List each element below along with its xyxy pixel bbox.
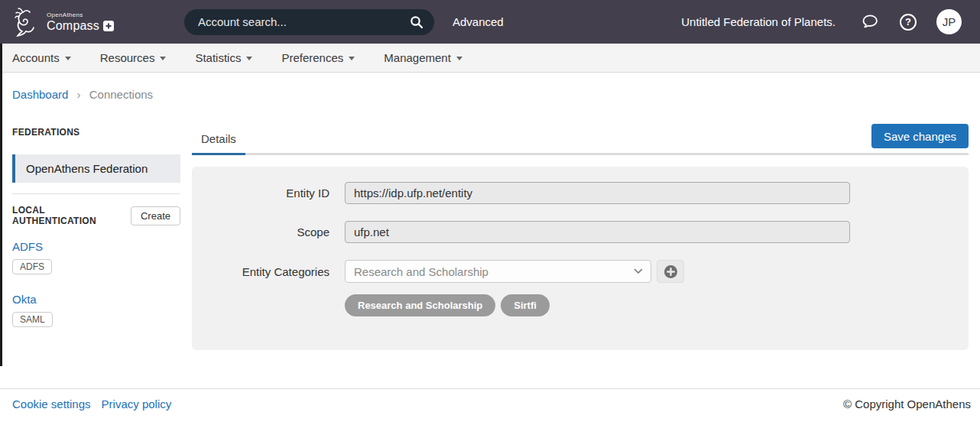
- main-content: Details Save changes Entity ID Scope Ent…: [192, 124, 969, 350]
- nav-management[interactable]: Management: [384, 51, 462, 64]
- plus-badge-icon: [103, 21, 114, 31]
- brand-openathens: OpenAthens: [47, 12, 114, 18]
- nav-preferences[interactable]: Preferences: [281, 51, 355, 64]
- connection-adfs-type-badge: ADFS: [12, 259, 52, 274]
- sidebar-divider: [12, 193, 180, 194]
- owl-icon: [12, 6, 41, 38]
- privacy-policy-link[interactable]: Privacy policy: [102, 397, 172, 410]
- breadcrumb-current: Connections: [89, 88, 153, 101]
- nav-accounts[interactable]: Accounts: [12, 51, 71, 64]
- chevron-down-icon: [65, 57, 71, 60]
- question-mark-glyph: ?: [900, 14, 917, 31]
- scope-label: Scope: [192, 225, 329, 238]
- federations-heading: FEDERATIONS: [12, 127, 180, 138]
- chevron-down-icon: [246, 57, 252, 60]
- account-search: [184, 9, 434, 35]
- tab-details[interactable]: Details: [192, 132, 245, 155]
- plus-circle-icon: [664, 264, 678, 279]
- add-category-button[interactable]: [657, 260, 684, 283]
- federation-name: Untitled Federation of Planets.: [681, 15, 836, 28]
- copyright-text: © Copyright OpenAthens: [843, 397, 971, 410]
- chevron-down-icon: [160, 57, 166, 60]
- brand-compass: Compass: [47, 20, 99, 32]
- connection-okta: Okta SAML: [12, 293, 180, 327]
- chevron-down-icon: [634, 268, 643, 274]
- page-footer: Cookie settings Privacy policy © Copyrig…: [0, 388, 980, 438]
- sidebar-item-openathens-federation[interactable]: OpenAthens Federation: [12, 154, 180, 183]
- category-chip-research-and-scholarship[interactable]: Research and Scholarship: [345, 294, 495, 316]
- entity-categories-select[interactable]: Research and Scholarship: [345, 260, 651, 283]
- search-icon[interactable]: [410, 15, 423, 29]
- connection-okta-link[interactable]: Okta: [12, 293, 37, 306]
- entity-id-label: Entity ID: [192, 187, 329, 200]
- primary-nav: Accounts Resources Statistics Preference…: [0, 44, 980, 73]
- sidebar: FEDERATIONS OpenAthens Federation LOCAL …: [12, 124, 180, 350]
- chat-icon[interactable]: [860, 12, 880, 32]
- category-chips: Research and Scholarship Sirtfi: [345, 294, 969, 316]
- connection-adfs-link[interactable]: ADFS: [12, 240, 43, 253]
- breadcrumb: Dashboard › Connections: [12, 88, 968, 101]
- help-icon[interactable]: ?: [898, 12, 918, 32]
- create-button[interactable]: Create: [131, 206, 180, 225]
- connection-adfs: ADFS ADFS: [12, 240, 180, 274]
- user-avatar[interactable]: JP: [936, 9, 962, 34]
- top-bar: OpenAthens Compass Advanced Untitled Fe: [0, 0, 980, 44]
- connection-okta-type-badge: SAML: [12, 312, 53, 327]
- openathens-logo[interactable]: OpenAthens Compass: [12, 6, 114, 38]
- details-panel: Entity ID Scope Entity Categories Resear…: [192, 167, 969, 350]
- entity-categories-row: Entity Categories Research and Scholarsh…: [192, 260, 969, 283]
- window-edge: [0, 44, 2, 366]
- entity-id-row: Entity ID: [192, 182, 969, 204]
- entity-id-field[interactable]: [345, 182, 850, 204]
- chevron-down-icon: [349, 57, 355, 60]
- tab-strip: Details Save changes: [192, 124, 969, 155]
- scope-row: Scope: [192, 221, 969, 243]
- account-search-input[interactable]: [198, 15, 410, 28]
- entity-categories-label: Entity Categories: [192, 265, 329, 278]
- breadcrumb-separator-icon: ›: [77, 88, 81, 101]
- save-changes-button[interactable]: Save changes: [871, 124, 969, 148]
- nav-statistics[interactable]: Statistics: [195, 51, 252, 64]
- category-chip-sirtfi[interactable]: Sirtfi: [501, 294, 550, 316]
- scope-field[interactable]: [345, 221, 850, 243]
- local-authentication-heading: LOCAL AUTHENTICATION: [12, 205, 131, 226]
- nav-resources[interactable]: Resources: [100, 51, 167, 64]
- cookie-settings-link[interactable]: Cookie settings: [12, 397, 91, 410]
- chevron-down-icon: [456, 57, 462, 60]
- breadcrumb-dashboard-link[interactable]: Dashboard: [12, 88, 68, 101]
- advanced-link[interactable]: Advanced: [453, 15, 504, 28]
